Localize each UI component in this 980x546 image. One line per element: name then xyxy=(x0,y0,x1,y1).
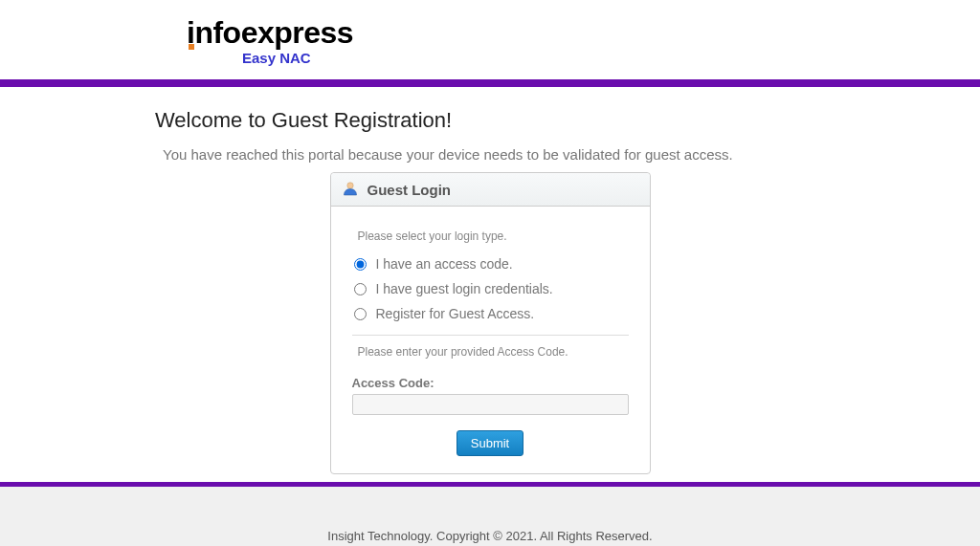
page-title: Welcome to Guest Registration! xyxy=(155,108,980,133)
submit-button[interactable]: Submit xyxy=(457,430,523,456)
radio-access-code[interactable] xyxy=(354,258,367,271)
login-type-instruction: Please select your login type. xyxy=(358,229,629,243)
divider-line xyxy=(352,335,629,336)
guest-login-title: Guest Login xyxy=(368,182,452,198)
guest-login-header: Guest Login xyxy=(331,173,650,207)
footer-text: Insight Technology. Copyright © 2021. Al… xyxy=(327,529,652,543)
submit-row: Submit xyxy=(352,430,629,456)
radio-guest-creds[interactable] xyxy=(354,283,367,295)
radio-access-code-label[interactable]: I have an access code. xyxy=(376,256,513,272)
user-icon xyxy=(341,180,360,199)
radio-row-register: Register for Guest Access. xyxy=(354,306,629,321)
radio-register[interactable] xyxy=(354,308,367,320)
svg-point-0 xyxy=(346,183,352,188)
radio-row-access-code: I have an access code. xyxy=(354,256,629,272)
access-code-label: Access Code: xyxy=(352,376,629,390)
brand-name: infoexpress xyxy=(187,15,353,50)
divider-bar-top xyxy=(0,79,980,87)
radio-guest-creds-label[interactable]: I have guest login credentials. xyxy=(376,281,553,296)
guest-login-body: Please select your login type. I have an… xyxy=(331,207,650,473)
radio-row-guest-creds: I have guest login credentials. xyxy=(354,281,629,296)
guest-login-panel: Guest Login Please select your login typ… xyxy=(330,172,651,474)
brand-subtitle: Easy NAC xyxy=(242,50,980,66)
access-code-input[interactable] xyxy=(352,394,629,415)
footer-wrapper: Insight Technology. Copyright © 2021. Al… xyxy=(0,482,980,546)
main-content: Welcome to Guest Registration! You have … xyxy=(0,87,980,474)
access-code-instruction: Please enter your provided Access Code. xyxy=(358,345,629,359)
brand-logo: infoexpress xyxy=(187,17,980,48)
footer: Insight Technology. Copyright © 2021. Al… xyxy=(0,487,980,546)
page-subtitle: You have reached this portal because you… xyxy=(163,146,980,163)
header: infoexpress Easy NAC xyxy=(0,0,980,79)
radio-register-label[interactable]: Register for Guest Access. xyxy=(376,306,535,321)
